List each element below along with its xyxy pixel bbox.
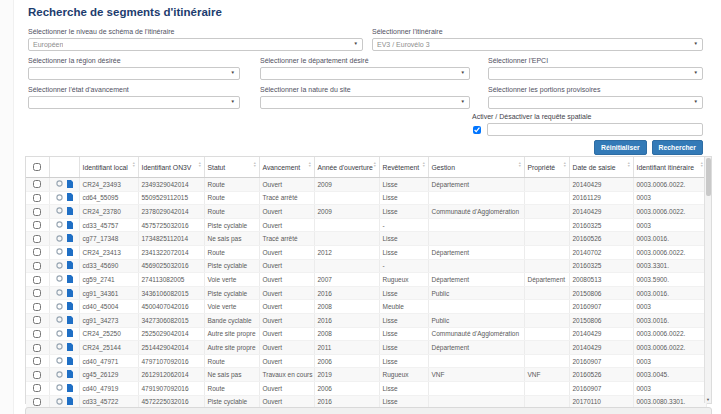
schema-level-select[interactable]: Européen ▼ bbox=[28, 38, 363, 51]
file-icon[interactable] bbox=[67, 193, 73, 202]
file-icon[interactable] bbox=[67, 207, 73, 216]
cell: Autre site propre bbox=[204, 341, 259, 355]
file-icon[interactable] bbox=[67, 234, 73, 243]
cell: 20140702 bbox=[569, 245, 633, 259]
file-icon[interactable] bbox=[67, 261, 73, 270]
row-checkbox[interactable] bbox=[33, 221, 41, 229]
column-header-2[interactable]: Statut▲▼ bbox=[204, 157, 259, 178]
portions-provisoires-select[interactable]: ▼ bbox=[488, 96, 703, 109]
locate-icon[interactable] bbox=[56, 384, 63, 392]
locate-icon[interactable] bbox=[56, 180, 63, 188]
row-checkbox[interactable] bbox=[33, 316, 41, 324]
cell: 20080513 bbox=[569, 273, 633, 287]
row-select-cell bbox=[26, 245, 49, 259]
spatial-checkbox[interactable] bbox=[473, 126, 481, 134]
row-select-cell bbox=[26, 354, 49, 368]
locate-icon[interactable] bbox=[56, 207, 63, 215]
file-icon[interactable] bbox=[67, 370, 73, 379]
locate-icon[interactable] bbox=[56, 248, 63, 256]
row-checkbox[interactable] bbox=[33, 262, 41, 270]
search-button[interactable]: Rechercher bbox=[652, 140, 703, 155]
row-checkbox[interactable] bbox=[33, 235, 41, 243]
row-checkbox[interactable] bbox=[33, 180, 41, 188]
file-icon[interactable] bbox=[67, 384, 73, 393]
cell: 0003.0006.0022. bbox=[633, 341, 706, 355]
locate-icon[interactable] bbox=[56, 262, 63, 270]
epci-select[interactable]: ▼ bbox=[488, 67, 703, 80]
column-header-1[interactable]: Identifiant ON3V▲▼ bbox=[138, 157, 204, 178]
row-actions-header bbox=[49, 157, 79, 178]
file-icon[interactable] bbox=[67, 289, 73, 298]
locate-icon[interactable] bbox=[56, 303, 63, 311]
column-header-0[interactable]: Identifiant local▲▼ bbox=[79, 157, 138, 178]
departement-select[interactable]: ▼ bbox=[260, 67, 470, 80]
locate-icon[interactable] bbox=[56, 275, 63, 283]
row-checkbox[interactable] bbox=[33, 303, 41, 311]
region-select[interactable]: ▼ bbox=[28, 67, 240, 80]
locate-icon[interactable] bbox=[56, 330, 63, 338]
locate-icon[interactable] bbox=[56, 357, 63, 365]
file-icon[interactable] bbox=[67, 275, 73, 284]
row-checkbox[interactable] bbox=[33, 330, 41, 338]
table-scrollbar[interactable]: ▼ bbox=[704, 157, 711, 403]
locate-icon[interactable] bbox=[56, 371, 63, 379]
row-checkbox[interactable] bbox=[33, 248, 41, 256]
table-row: cg91_343613436106082015Piste cyclableOuv… bbox=[26, 286, 706, 300]
locate-icon[interactable] bbox=[56, 194, 63, 202]
column-header-8[interactable]: Date de saisie▲▼ bbox=[569, 157, 633, 178]
file-icon[interactable] bbox=[67, 302, 73, 311]
row-checkbox[interactable] bbox=[33, 289, 41, 297]
row-select-cell bbox=[26, 191, 49, 205]
locate-icon[interactable] bbox=[56, 398, 63, 406]
table-row: cd40_479194791907092016RouteOuvert2006Li… bbox=[26, 381, 706, 395]
row-checkbox[interactable] bbox=[33, 344, 41, 352]
row-checkbox[interactable] bbox=[33, 384, 41, 392]
scrollbar-thumb[interactable] bbox=[706, 158, 711, 196]
file-icon[interactable] bbox=[67, 180, 73, 189]
cell: 5509529112015 bbox=[138, 191, 204, 205]
file-icon[interactable] bbox=[67, 329, 73, 338]
row-select-cell bbox=[26, 327, 49, 341]
cell: 0003.0006.0022. bbox=[633, 327, 706, 341]
cell: 2008 bbox=[314, 300, 379, 314]
row-checkbox[interactable] bbox=[33, 208, 41, 216]
locate-icon[interactable] bbox=[56, 316, 63, 324]
nature-site-select[interactable]: ▼ bbox=[260, 96, 470, 109]
file-icon[interactable] bbox=[67, 343, 73, 352]
avancement-select[interactable]: ▼ bbox=[28, 96, 240, 109]
file-icon[interactable] bbox=[67, 248, 73, 257]
column-header-4[interactable]: Année d'ouverture▲▼ bbox=[314, 157, 379, 178]
select-all-checkbox[interactable] bbox=[33, 163, 41, 171]
cell: - bbox=[379, 259, 428, 273]
row-checkbox[interactable] bbox=[33, 398, 41, 406]
row-checkbox[interactable] bbox=[33, 194, 41, 202]
table-row: cd64_550955509529112015RouteTracé arrêté… bbox=[26, 191, 706, 205]
cell: Ouvert bbox=[259, 178, 314, 192]
file-icon[interactable] bbox=[67, 316, 73, 325]
column-header-5[interactable]: Revêtement▲▼ bbox=[379, 157, 428, 178]
column-header-3[interactable]: Avancement▲▼ bbox=[259, 157, 314, 178]
table-row: CR24_234132341322072014RouteOuvert2012Li… bbox=[26, 245, 706, 259]
itineraire-select[interactable]: EV3 / Eurovélo 3 ▼ bbox=[372, 38, 703, 51]
row-checkbox[interactable] bbox=[33, 357, 41, 365]
locate-icon[interactable] bbox=[56, 343, 63, 351]
row-checkbox[interactable] bbox=[33, 371, 41, 379]
file-icon[interactable] bbox=[67, 397, 73, 406]
spatial-input[interactable] bbox=[487, 123, 703, 136]
cell bbox=[314, 191, 379, 205]
column-header-9[interactable]: Identifiant itinéraire▲▼ bbox=[633, 157, 706, 178]
cell bbox=[524, 205, 569, 219]
locate-icon[interactable] bbox=[56, 221, 63, 229]
scroll-down-icon[interactable]: ▼ bbox=[705, 397, 711, 402]
locate-icon[interactable] bbox=[56, 289, 63, 297]
reset-button[interactable]: Réinitialiser bbox=[594, 140, 647, 155]
cell: 1734825112014 bbox=[138, 232, 204, 246]
locate-icon[interactable] bbox=[56, 235, 63, 243]
column-header-6[interactable]: Gestion▲▼ bbox=[428, 157, 524, 178]
row-actions-cell bbox=[49, 232, 79, 246]
file-icon[interactable] bbox=[67, 357, 73, 366]
column-header-7[interactable]: Propriété▲▼ bbox=[524, 157, 569, 178]
row-checkbox[interactable] bbox=[33, 276, 41, 284]
file-icon[interactable] bbox=[67, 221, 73, 230]
cell: 2525029042014 bbox=[138, 327, 204, 341]
